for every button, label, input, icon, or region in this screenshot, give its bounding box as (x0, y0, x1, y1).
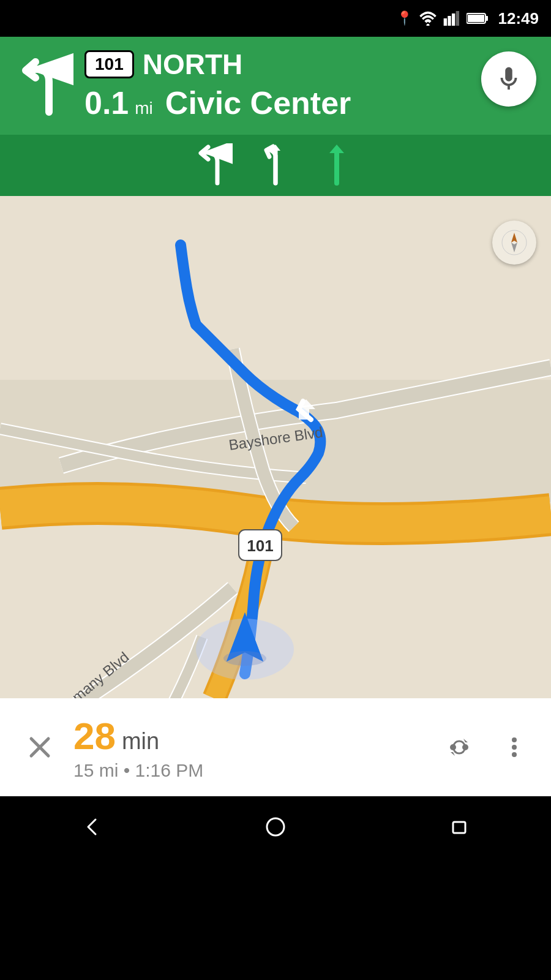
home-button[interactable] (254, 805, 297, 848)
map-area[interactable]: 101 Bayshore Blvd Alemany Blvd Peralta (0, 196, 551, 698)
lane-arrow-2 (257, 143, 294, 186)
more-options-icon (501, 734, 528, 761)
svg-rect-39 (453, 822, 465, 833)
svg-marker-34 (451, 752, 455, 756)
distance-unit: mi (135, 99, 153, 118)
more-options-button[interactable] (496, 729, 533, 766)
lane-arrow-3 (318, 143, 355, 186)
svg-point-25 (223, 651, 266, 666)
distance-remaining: 15 mi (73, 760, 118, 780)
map-svg: 101 Bayshore Blvd Alemany Blvd Peralta (0, 196, 551, 698)
android-nav-bar (0, 796, 551, 858)
nav-actions (441, 729, 533, 766)
wifi-icon (419, 11, 437, 26)
compass-icon (501, 229, 528, 256)
lane-guide (0, 135, 551, 196)
nav-bottom-bar: 28 min 15 mi • 1:16 PM (0, 698, 551, 796)
eta-details: 15 mi • 1:16 PM (73, 760, 441, 781)
svg-rect-2 (448, 16, 451, 26)
nav-header: 101 NORTH 0.1 mi Civic Center (0, 37, 551, 135)
distance-row: 0.1 mi Civic Center (84, 85, 351, 121)
recents-button[interactable] (438, 805, 481, 848)
lane-arrow-1 (196, 143, 233, 186)
svg-rect-4 (455, 11, 459, 26)
mic-icon (495, 65, 523, 93)
svg-rect-6 (485, 16, 488, 21)
compass-button[interactable] (492, 221, 536, 265)
svg-point-35 (512, 737, 517, 742)
turn-arrow-container (12, 54, 73, 115)
battery-icon (467, 12, 489, 25)
svg-rect-1 (443, 18, 446, 26)
mic-button[interactable] (481, 51, 536, 107)
status-bar: 📍 12:49 (0, 0, 551, 37)
close-icon (26, 734, 53, 761)
distance-number: 0.1 (84, 85, 129, 121)
svg-point-36 (512, 745, 517, 750)
eta-minutes: 28 (73, 714, 116, 758)
clock: 12:49 (498, 9, 539, 28)
direction-label: NORTH (143, 48, 243, 81)
route-options-icon (446, 734, 473, 761)
svg-marker-33 (463, 739, 468, 742)
svg-rect-7 (468, 15, 484, 22)
home-icon (263, 815, 288, 839)
svg-marker-13 (329, 145, 344, 153)
eta-min-label: min (122, 728, 159, 755)
highway-shield: 101 (84, 50, 134, 78)
arrival-time: 1:16 PM (135, 760, 204, 780)
svg-point-0 (426, 24, 429, 26)
svg-point-38 (267, 818, 284, 835)
eta-section: 28 min 15 mi • 1:16 PM (61, 714, 441, 781)
route-options-button[interactable] (441, 729, 478, 766)
signal-icon (443, 11, 460, 26)
separator: • (124, 760, 130, 780)
svg-point-37 (512, 752, 517, 757)
recents-icon (447, 815, 471, 839)
svg-text:101: 101 (247, 537, 273, 555)
turn-arrow-icon (12, 51, 73, 118)
location-icon: 📍 (396, 10, 413, 26)
back-button[interactable] (70, 805, 113, 848)
svg-rect-3 (452, 13, 455, 26)
route-info: 101 NORTH 0.1 mi Civic Center (84, 48, 351, 121)
street-name: Civic Center (165, 85, 351, 121)
back-icon (80, 815, 104, 839)
highway-badge: 101 NORTH (84, 48, 351, 81)
close-nav-button[interactable] (18, 726, 61, 769)
